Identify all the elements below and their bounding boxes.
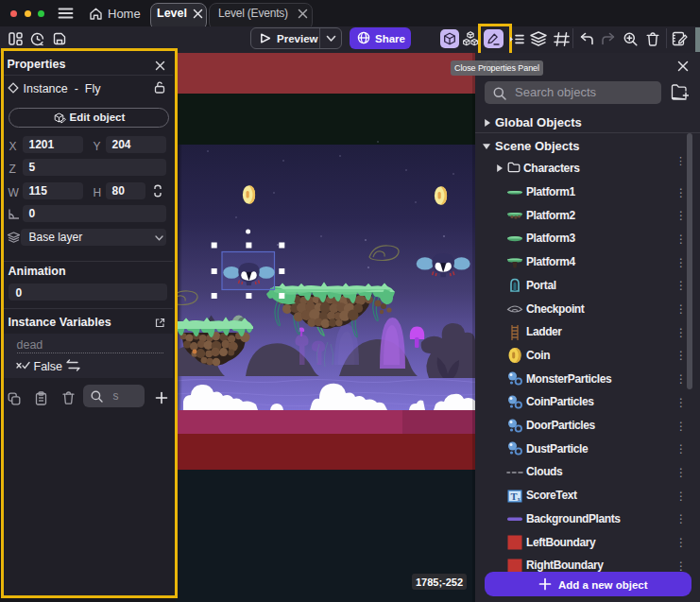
svg-text:x: x: [518, 495, 521, 501]
svg-text:T: T: [510, 490, 517, 501]
svg-text:1785;-252: 1785;-252: [416, 576, 463, 588]
